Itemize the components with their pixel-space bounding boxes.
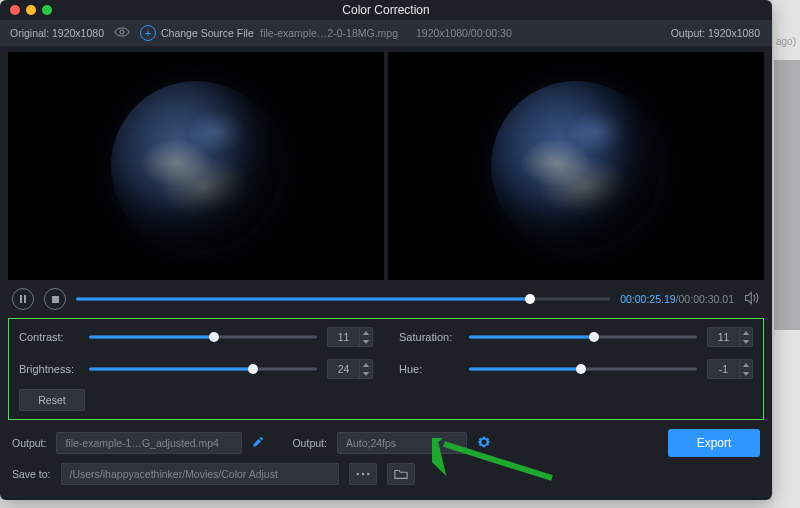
- saturation-step-down[interactable]: [740, 337, 752, 346]
- saturation-slider[interactable]: [469, 329, 697, 345]
- preview-original: [8, 52, 384, 280]
- svg-point-1: [356, 473, 358, 475]
- brightness-label: Brightness:: [19, 363, 79, 375]
- window-title: Color Correction: [0, 3, 772, 17]
- preview-adjusted: [388, 52, 764, 280]
- output-settings-icon[interactable]: [477, 435, 491, 451]
- saturation-step-up[interactable]: [740, 328, 752, 337]
- hue-value-input[interactable]: -1: [707, 359, 753, 379]
- preview-panes: [0, 46, 772, 284]
- save-to-label: Save to:: [12, 468, 51, 480]
- timecode: 00:00:25.19/00:00:30.01: [620, 293, 734, 305]
- svg-point-0: [120, 30, 124, 34]
- stop-button[interactable]: [44, 288, 66, 310]
- brightness-control: Brightness: 24: [19, 359, 373, 379]
- info-bar: Original: 1920x1080 + Change Source File…: [0, 20, 772, 46]
- contrast-step-up[interactable]: [360, 328, 372, 337]
- hue-step-up[interactable]: [740, 360, 752, 369]
- output-format-field[interactable]: Auto;24fps: [337, 432, 467, 454]
- hue-step-down[interactable]: [740, 369, 752, 378]
- output-filename-label: Output:: [12, 437, 46, 449]
- save-path-field[interactable]: /Users/ihappyacethinker/Movies/Color Adj…: [61, 463, 339, 485]
- titlebar: Color Correction: [0, 0, 772, 20]
- hue-label: Hue:: [399, 363, 459, 375]
- source-filename: file-example…2-0-18MG.mpg: [260, 27, 398, 39]
- contrast-control: Contrast: 11: [19, 327, 373, 347]
- brightness-value-input[interactable]: 24: [327, 359, 373, 379]
- change-source-label: Change Source File: [161, 27, 254, 39]
- playback-bar: 00:00:25.19/00:00:30.01: [0, 284, 772, 314]
- source-meta: 1920x1080/00:00:30: [416, 27, 512, 39]
- plus-icon: +: [140, 25, 156, 41]
- volume-icon[interactable]: [744, 291, 760, 307]
- pause-button[interactable]: [12, 288, 34, 310]
- contrast-slider[interactable]: [89, 329, 317, 345]
- adjustments-panel: Contrast: 11 Saturation: 11 Brightness: …: [8, 318, 764, 420]
- seek-slider[interactable]: [76, 289, 610, 309]
- current-time: 00:00:25.19: [620, 293, 675, 305]
- total-time: 00:00:30.01: [679, 293, 734, 305]
- hue-slider[interactable]: [469, 361, 697, 377]
- brightness-step-down[interactable]: [360, 369, 372, 378]
- change-source-button[interactable]: + Change Source File: [140, 25, 254, 41]
- saturation-value-input[interactable]: 11: [707, 327, 753, 347]
- output-filename-field[interactable]: file-example-1…G_adjusted.mp4: [56, 432, 242, 454]
- export-button[interactable]: Export: [668, 429, 760, 457]
- open-folder-button[interactable]: [387, 463, 415, 485]
- brightness-slider[interactable]: [89, 361, 317, 377]
- background-text: ago): [776, 36, 796, 47]
- saturation-label: Saturation:: [399, 331, 459, 343]
- original-resolution-label: Original: 1920x1080: [10, 27, 104, 39]
- output-row: Output: file-example-1…G_adjusted.mp4 Ou…: [0, 426, 772, 460]
- color-correction-window: Color Correction Original: 1920x1080 + C…: [0, 0, 772, 500]
- output-format-label: Output:: [292, 437, 326, 449]
- contrast-value-input[interactable]: 11: [327, 327, 373, 347]
- preview-visibility-icon[interactable]: [114, 27, 130, 39]
- browse-path-button[interactable]: [349, 463, 377, 485]
- contrast-step-down[interactable]: [360, 337, 372, 346]
- output-resolution-label: Output: 1920x1080: [671, 27, 760, 39]
- svg-point-3: [367, 473, 369, 475]
- saturation-control: Saturation: 11: [399, 327, 753, 347]
- brightness-step-up[interactable]: [360, 360, 372, 369]
- save-row: Save to: /Users/ihappyacethinker/Movies/…: [0, 460, 772, 488]
- svg-point-2: [361, 473, 363, 475]
- hue-control: Hue: -1: [399, 359, 753, 379]
- reset-button[interactable]: Reset: [19, 389, 85, 411]
- contrast-label: Contrast:: [19, 331, 79, 343]
- edit-filename-icon[interactable]: [252, 436, 264, 450]
